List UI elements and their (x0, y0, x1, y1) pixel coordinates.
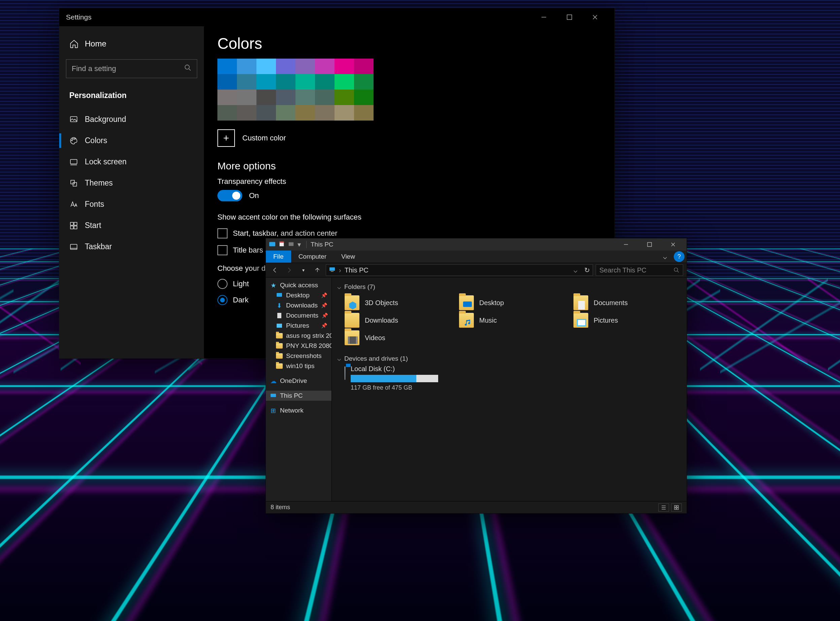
navpane-quickaccess[interactable]: ★ Quick access (266, 280, 331, 290)
custom-color-button[interactable]: + (218, 129, 235, 147)
home-button[interactable]: Home (59, 34, 204, 53)
nav-themes[interactable]: Themes (59, 173, 204, 194)
explorer-search[interactable]: Search This PC (596, 264, 683, 276)
nav-recent-button[interactable]: ▾ (298, 264, 309, 276)
nav-taskbar[interactable]: Taskbar (59, 236, 204, 257)
color-swatch[interactable] (237, 74, 257, 89)
drive-c[interactable]: Local Disk (C:) 117 GB free of 475 GB (337, 365, 438, 391)
color-swatch[interactable] (296, 59, 315, 74)
qat-dropdown-icon[interactable]: ▾ (298, 241, 301, 248)
maximize-button[interactable] (557, 8, 582, 26)
color-swatch[interactable] (218, 105, 237, 121)
checkbox-start-taskbar[interactable]: Start, taskbar, and action center (218, 228, 601, 238)
color-swatch[interactable] (257, 59, 276, 74)
transparency-toggle[interactable] (218, 190, 242, 201)
navpane-recent2[interactable]: PNY XLR8 2080 review (266, 341, 331, 351)
color-swatch[interactable] (334, 105, 354, 121)
color-swatch[interactable] (354, 74, 373, 89)
navpane-documents-label: Documents (286, 312, 318, 319)
navpane-recent1[interactable]: asus rog strix 2080 review (266, 331, 331, 341)
svg-rect-11 (70, 244, 77, 249)
explorer-titlebar[interactable]: ▾ This PC (266, 238, 687, 251)
color-swatch[interactable] (276, 89, 296, 105)
search-icon (184, 64, 192, 73)
color-swatch[interactable] (354, 105, 373, 121)
view-tiles-button[interactable] (671, 503, 682, 512)
color-swatch[interactable] (354, 59, 373, 74)
folder-desktop[interactable]: Desktop (459, 295, 560, 310)
ribbon-tab-computer[interactable]: Computer (291, 251, 334, 263)
ribbon-tab-file[interactable]: File (266, 251, 291, 263)
color-swatch[interactable] (296, 74, 315, 89)
ribbon-collapse-button[interactable]: ⌵ (658, 251, 672, 263)
qat-properties-icon[interactable] (279, 241, 285, 248)
nav-lockscreen[interactable]: Lock screen (59, 151, 204, 173)
color-swatch[interactable] (296, 105, 315, 121)
nav-start[interactable]: Start (59, 215, 204, 236)
color-swatch[interactable] (354, 89, 373, 105)
color-swatch[interactable] (218, 74, 237, 89)
nav-back-button[interactable] (269, 264, 281, 276)
nav-forward-button[interactable] (283, 264, 295, 276)
color-swatch[interactable] (257, 89, 276, 105)
color-swatch[interactable] (315, 74, 334, 89)
nav-colors[interactable]: Colors (59, 130, 204, 151)
view-details-button[interactable] (658, 503, 669, 512)
nav-fonts[interactable]: Fonts (59, 194, 204, 215)
refresh-button[interactable]: ↻ (584, 266, 590, 274)
navpane-thispc[interactable]: This PC (266, 391, 331, 401)
settings-titlebar[interactable]: Settings (59, 8, 615, 26)
color-swatch[interactable] (315, 89, 334, 105)
explorer-maximize-button[interactable] (639, 238, 660, 251)
explorer-minimize-button[interactable] (616, 238, 636, 251)
folder-downloads[interactable]: Downloads (344, 313, 446, 328)
ribbon-tab-view[interactable]: View (334, 251, 363, 263)
color-swatch[interactable] (218, 59, 237, 74)
group-header-drives[interactable]: ⌵ Devices and drives (1) (337, 352, 681, 365)
navpane-pictures[interactable]: Pictures 📌 (266, 321, 331, 331)
navpane-recent3[interactable]: Screenshots (266, 351, 331, 361)
settings-search[interactable]: Find a setting (66, 59, 197, 78)
close-button[interactable] (582, 8, 608, 26)
folder-music[interactable]: Music (459, 313, 560, 328)
breadcrumb-bar[interactable]: › This PC ⌵ ↻ (326, 264, 593, 276)
navpane-recent4[interactable]: win10 tips (266, 361, 331, 371)
navpane-documents[interactable]: Documents 📌 (266, 310, 331, 321)
ribbon-help-button[interactable]: ? (674, 251, 684, 262)
minimize-button[interactable] (531, 8, 557, 26)
color-swatch[interactable] (237, 59, 257, 74)
breadcrumb-dropdown-icon[interactable]: ⌵ (573, 266, 577, 274)
nav-up-button[interactable] (312, 264, 323, 276)
folder-documents[interactable]: Documents (573, 295, 674, 310)
color-swatch[interactable] (334, 59, 354, 74)
color-swatch[interactable] (218, 89, 237, 105)
start-icon (69, 221, 78, 230)
color-swatch[interactable] (257, 74, 276, 89)
color-swatch[interactable] (296, 89, 315, 105)
navpane-network[interactable]: ⊞ Network (266, 406, 331, 416)
navpane-downloads[interactable]: ⬇ Downloads 📌 (266, 300, 331, 310)
color-swatch[interactable] (315, 105, 334, 121)
folder-videos[interactable]: Videos (344, 330, 446, 345)
color-swatch[interactable] (334, 74, 354, 89)
color-swatch[interactable] (334, 89, 354, 105)
nav-background[interactable]: Background (59, 109, 204, 130)
folder-pictures[interactable]: Pictures (573, 313, 674, 328)
color-swatch[interactable] (276, 105, 296, 121)
qat-newfolder-icon[interactable] (288, 241, 294, 248)
group-header-folders[interactable]: ⌵ Folders (7) (337, 280, 681, 293)
color-swatch[interactable] (276, 59, 296, 74)
svg-rect-9 (70, 226, 73, 229)
folder-3dobjects[interactable]: 3D Objects (344, 295, 446, 310)
color-swatch[interactable] (257, 105, 276, 121)
explorer-close-button[interactable] (663, 238, 683, 251)
color-swatch[interactable] (237, 89, 257, 105)
color-swatch[interactable] (237, 105, 257, 121)
color-swatch[interactable] (315, 59, 334, 74)
navpane-onedrive[interactable]: ☁ OneDrive (266, 376, 331, 386)
svg-rect-15 (289, 242, 293, 246)
color-swatch[interactable] (276, 74, 296, 89)
drive-icon (344, 367, 345, 380)
navpane-desktop[interactable]: Desktop 📌 (266, 290, 331, 300)
ribbon-tab-file-label: File (273, 253, 284, 261)
